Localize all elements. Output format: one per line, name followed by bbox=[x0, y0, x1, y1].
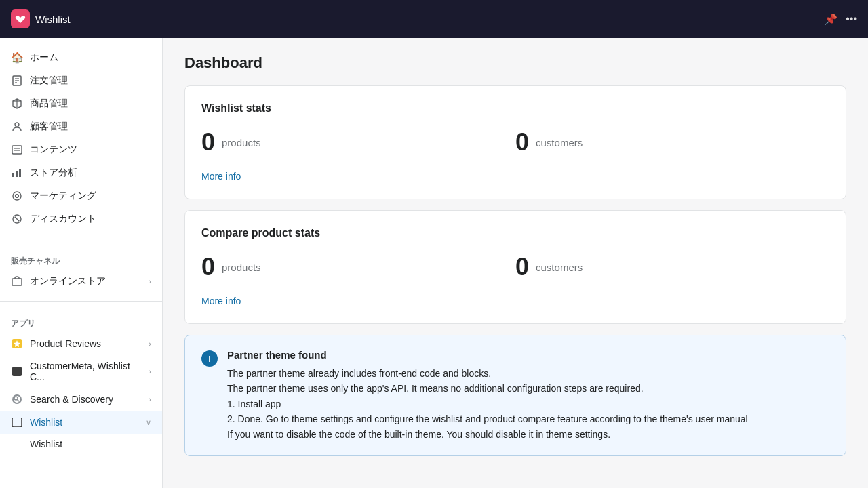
more-icon[interactable]: ••• bbox=[846, 13, 857, 25]
chevron-right-search: › bbox=[149, 395, 151, 403]
svg-rect-10 bbox=[12, 173, 14, 177]
discounts-icon bbox=[11, 213, 23, 225]
chevron-right-customermeta: › bbox=[149, 367, 151, 375]
sidebar-label-search-discovery: Search & Discovery bbox=[30, 394, 113, 405]
sales-channels-section: 販売チャネル オンラインストア › bbox=[0, 245, 162, 296]
sidebar-label-content: コンテンツ bbox=[30, 144, 77, 156]
sidebar-sub-wishlist[interactable]: Wishlist bbox=[0, 434, 162, 454]
marketing-icon bbox=[11, 190, 23, 202]
wishlist-stats-card: Wishlist stats 0 products 0 customers Mo… bbox=[184, 85, 846, 199]
compare-customers-label: customers bbox=[536, 262, 583, 273]
chevron-right-icon: › bbox=[149, 277, 151, 285]
sidebar-item-search-discovery[interactable]: Search & Discovery › bbox=[0, 388, 162, 411]
svg-point-13 bbox=[13, 192, 21, 200]
sidebar-item-marketing[interactable]: マーケティング bbox=[0, 184, 162, 207]
partner-line5: If you want to disable the code of the b… bbox=[227, 429, 610, 440]
home-icon: 🏠 bbox=[11, 52, 23, 64]
online-store-icon bbox=[11, 275, 23, 287]
svg-point-14 bbox=[16, 195, 19, 198]
sidebar-item-customermeta[interactable]: CustomerMeta, Wishlist C... › bbox=[0, 355, 162, 388]
pin-icon[interactable]: 📌 bbox=[824, 13, 837, 26]
sidebar-item-customers[interactable]: 顧客管理 bbox=[0, 115, 162, 138]
compare-products-stat: 0 products bbox=[201, 253, 515, 281]
app-title: Wishlist bbox=[35, 14, 71, 25]
apps-title: アプリ bbox=[0, 310, 162, 332]
layout: 🏠 ホーム 注文管理 bbox=[0, 38, 868, 488]
orders-icon bbox=[11, 75, 23, 87]
sales-channels-title: 販売チャネル bbox=[0, 247, 162, 270]
sidebar-label-online-store: オンラインストア bbox=[30, 275, 106, 287]
main-content: Dashboard Wishlist stats 0 products 0 cu… bbox=[163, 38, 868, 488]
wishlist-icon bbox=[11, 416, 23, 428]
wishlist-products-stat: 0 products bbox=[201, 128, 515, 157]
compare-products-count: 0 bbox=[201, 253, 215, 281]
sidebar-label-home: ホーム bbox=[30, 52, 58, 64]
chevron-down-wishlist: ∨ bbox=[146, 418, 151, 427]
sidebar-label-discounts: ディスカウント bbox=[30, 213, 96, 225]
wishlist-products-label: products bbox=[222, 137, 261, 148]
wishlist-customers-stat: 0 customers bbox=[515, 128, 829, 157]
sidebar-label-analytics: ストア分析 bbox=[30, 167, 77, 179]
sidebar-item-content[interactable]: コンテンツ bbox=[0, 138, 162, 161]
sidebar: 🏠 ホーム 注文管理 bbox=[0, 38, 163, 488]
analytics-icon bbox=[11, 167, 23, 179]
chevron-right-product-reviews: › bbox=[149, 340, 151, 348]
topbar-actions: 📌 ••• bbox=[824, 13, 857, 26]
products-icon bbox=[11, 98, 23, 110]
sidebar-item-product-reviews[interactable]: Product Reviews › bbox=[0, 332, 162, 355]
sidebar-label-customers: 顧客管理 bbox=[30, 121, 68, 133]
compare-products-label: products bbox=[222, 262, 261, 273]
compare-stats-row: 0 products 0 customers bbox=[201, 253, 829, 281]
customers-icon bbox=[11, 121, 23, 133]
compare-stats-title: Compare product stats bbox=[201, 227, 829, 239]
apps-section: アプリ Product Reviews › CustomerMeta, bbox=[0, 307, 162, 457]
wishlist-customers-count: 0 bbox=[515, 128, 529, 157]
svg-point-17 bbox=[15, 217, 16, 218]
svg-rect-25 bbox=[12, 418, 22, 427]
topbar: Wishlist 📌 ••• bbox=[0, 0, 868, 38]
sidebar-item-home[interactable]: 🏠 ホーム bbox=[0, 46, 162, 69]
divider-2 bbox=[0, 301, 162, 302]
sidebar-item-discounts[interactable]: ディスカウント bbox=[0, 207, 162, 230]
partner-line1: The partner theme already includes front… bbox=[227, 368, 491, 379]
partner-theme-banner: i Partner theme found The partner theme … bbox=[184, 335, 846, 456]
sidebar-item-orders[interactable]: 注文管理 bbox=[0, 69, 162, 92]
svg-rect-11 bbox=[16, 171, 18, 177]
svg-line-24 bbox=[18, 400, 20, 402]
app-logo[interactable]: Wishlist bbox=[11, 9, 71, 28]
page-title: Dashboard bbox=[184, 54, 846, 72]
compare-customers-count: 0 bbox=[515, 253, 529, 281]
sidebar-label-customermeta: CustomerMeta, Wishlist C... bbox=[30, 361, 142, 382]
partner-theme-content: Partner theme found The partner theme al… bbox=[227, 349, 748, 442]
sidebar-item-analytics[interactable]: ストア分析 bbox=[0, 161, 162, 184]
divider-1 bbox=[0, 239, 162, 239]
sidebar-label-product-reviews: Product Reviews bbox=[30, 338, 101, 349]
svg-rect-7 bbox=[12, 146, 22, 154]
svg-point-18 bbox=[18, 220, 20, 222]
wishlist-customers-label: customers bbox=[536, 137, 583, 148]
main-nav-section: 🏠 ホーム 注文管理 bbox=[0, 43, 162, 233]
wishlist-products-count: 0 bbox=[201, 128, 215, 157]
search-discovery-icon bbox=[11, 393, 23, 405]
compare-customers-stat: 0 customers bbox=[515, 253, 829, 281]
compare-more-info-link[interactable]: More info bbox=[201, 296, 241, 306]
wishlist-stats-title: Wishlist stats bbox=[201, 102, 829, 115]
svg-point-6 bbox=[15, 123, 19, 127]
info-icon: i bbox=[201, 350, 218, 367]
content-icon bbox=[11, 144, 23, 156]
svg-rect-12 bbox=[19, 169, 21, 177]
logo-icon bbox=[11, 9, 30, 28]
sidebar-label-products: 商品管理 bbox=[30, 98, 68, 110]
partner-theme-text: The partner theme already includes front… bbox=[227, 366, 748, 442]
wishlist-stats-row: 0 products 0 customers bbox=[201, 128, 829, 157]
partner-line2: The partner theme uses only the app's AP… bbox=[227, 383, 644, 394]
customermeta-icon bbox=[11, 365, 23, 378]
sidebar-item-products[interactable]: 商品管理 bbox=[0, 92, 162, 115]
sidebar-item-online-store[interactable]: オンラインストア › bbox=[0, 270, 162, 293]
product-reviews-icon bbox=[11, 338, 23, 350]
sidebar-item-wishlist[interactable]: Wishlist ∨ bbox=[0, 411, 162, 434]
svg-rect-19 bbox=[12, 279, 22, 285]
partner-line3: 1. Install app bbox=[227, 399, 281, 409]
wishlist-more-info-link[interactable]: More info bbox=[201, 171, 241, 182]
compare-stats-card: Compare product stats 0 products 0 custo… bbox=[184, 210, 846, 324]
